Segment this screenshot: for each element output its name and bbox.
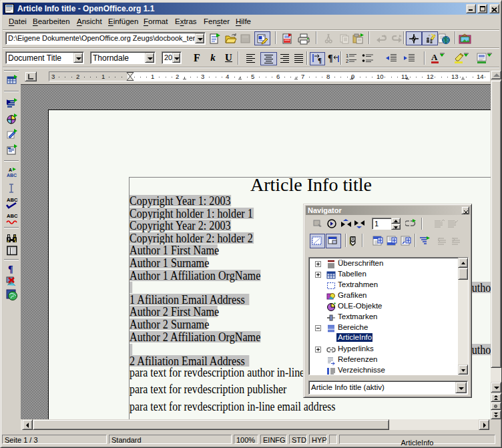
svg-text:ABC: ABC — [7, 173, 17, 178]
svg-text:A: A — [431, 52, 438, 62]
svg-text:¶: ¶ — [318, 56, 322, 64]
svg-text:ABC: ABC — [7, 198, 17, 202]
svg-text:¶: ¶ — [328, 53, 333, 63]
svg-text:¶: ¶ — [8, 264, 13, 274]
svg-text:ABC: ABC — [7, 214, 17, 218]
svg-text:A: A — [9, 168, 12, 172]
svg-text:2: 2 — [346, 58, 348, 64]
